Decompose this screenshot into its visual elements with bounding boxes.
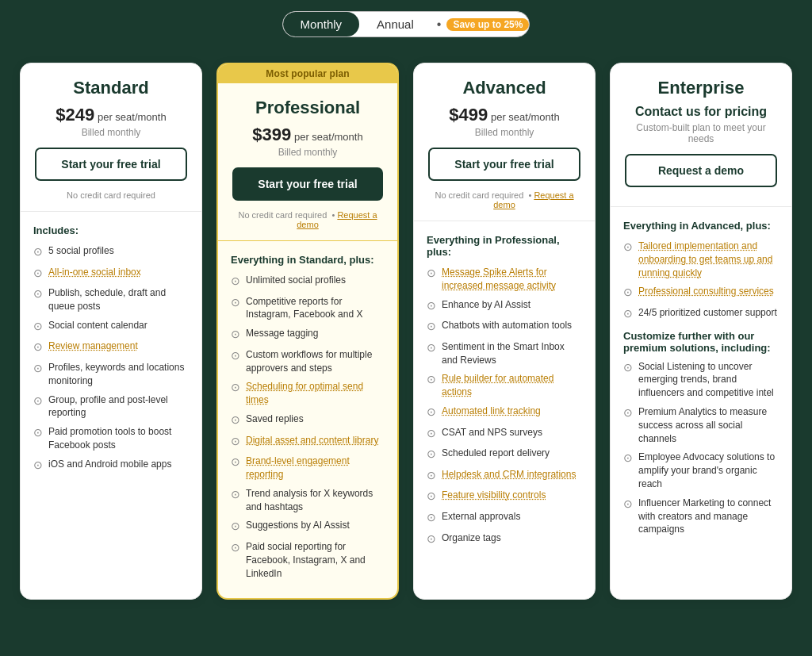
cta-button-enterprise[interactable]: Request a demo — [625, 154, 777, 187]
check-icon: ⊙ — [427, 447, 436, 462]
feature-text: Message tagging — [246, 327, 385, 340]
check-icon: ⊙ — [33, 361, 43, 377]
check-icon: ⊙ — [427, 468, 436, 484]
price-amount-standard: $249 — [56, 105, 94, 125]
check-icon: ⊙ — [231, 412, 240, 428]
price-period-advanced: per seat/month — [488, 111, 559, 123]
annual-toggle-wrap[interactable]: Annual • Save up to 25% — [359, 12, 529, 36]
cta-button-professional[interactable]: Start your free trial — [232, 167, 383, 201]
plan-price-professional: $399 per seat/month — [232, 125, 383, 145]
check-icon: ⊙ — [427, 319, 436, 335]
plan-billed-professional: Billed monthly — [232, 147, 383, 158]
feature-adv-4: ⊙Rule builder for automated actions — [427, 372, 582, 399]
plan-features-enterprise: Everything in Advanced, plus: ⊙Tailored … — [611, 207, 791, 599]
feature-text: iOS and Android mobile apps — [48, 458, 189, 471]
feature-text-link[interactable]: Scheduling for optimal send times — [246, 380, 385, 407]
feature-text: Saved replies — [246, 412, 385, 426]
feature-adv-3: ⊙Sentiment in the Smart Inbox and Review… — [427, 340, 582, 367]
feature-ent-extra-0: ⊙Social Listening to uncover emerging tr… — [623, 360, 779, 400]
check-icon: ⊙ — [231, 348, 240, 364]
check-icon: ⊙ — [33, 244, 43, 260]
check-icon: ⊙ — [427, 405, 436, 420]
feature-text-link[interactable]: Feature visibility controls — [442, 489, 582, 502]
plan-billed-standard: Billed monthly — [35, 127, 187, 138]
feature-adv-8: ⊙Helpdesk and CRM integrations — [427, 468, 582, 484]
feature-ent-0: ⊙Tailored implementation and onboarding … — [623, 240, 779, 279]
feature-adv-1: ⊙Enhance by AI Assist — [427, 298, 582, 314]
feature-ent-extra-3: ⊙Influencer Marketing to connect with cr… — [623, 497, 779, 536]
check-icon: ⊙ — [623, 360, 633, 376]
feature-text-link[interactable]: Brand-level engagement reporting — [246, 455, 385, 481]
check-icon: ⊙ — [231, 434, 240, 450]
check-icon: ⊙ — [33, 266, 43, 282]
feature-ent-2: ⊙24/5 prioritized customer support — [623, 306, 779, 322]
feature-pro-10: ⊙Paid social reporting for Facebook, Ins… — [231, 540, 385, 580]
feature-text: 24/5 prioritized customer support — [638, 306, 779, 320]
check-icon: ⊙ — [623, 497, 633, 512]
feature-text-link[interactable]: Review management — [48, 340, 189, 353]
feature-adv-0: ⊙Message Spike Alerts for increased mess… — [427, 266, 582, 293]
plan-note-professional: No credit card required • Request a demo — [232, 210, 383, 229]
check-icon: ⊙ — [231, 519, 240, 535]
plan-billed-advanced: Billed monthly — [428, 127, 580, 138]
feature-text: Enhance by AI Assist — [442, 298, 582, 312]
feature-pro-8: ⊙Trend analysis for X keywords and hasht… — [231, 487, 385, 514]
cta-button-advanced[interactable]: Start your free trial — [428, 148, 580, 181]
feature-ent-extra-2: ⊙Employee Advocacy solutions to amplify … — [623, 451, 779, 490]
price-amount-professional: $399 — [252, 125, 291, 144]
plan-price-standard: $249 per seat/month — [35, 105, 187, 125]
billing-toggle[interactable]: Monthly Annual • Save up to 25% — [282, 11, 530, 37]
feature-text: Paid promotion tools to boost Facebook p… — [48, 425, 189, 452]
feature-text-link[interactable]: Rule builder for automated actions — [442, 372, 582, 399]
feature-ent-extra-1: ⊙Premium Analytics to measure success ac… — [623, 405, 779, 445]
feature-text: Unlimited social profiles — [246, 274, 385, 287]
feature-text: Employee Advocacy solutions to amplify y… — [638, 451, 779, 490]
feature-pro-6: ⊙Digital asset and content library — [231, 434, 385, 450]
check-icon: ⊙ — [33, 425, 43, 441]
feature-text: Sentiment in the Smart Inbox and Reviews — [442, 340, 582, 367]
feature-text-link[interactable]: Automated link tracking — [442, 405, 582, 418]
feature-text: Paid social reporting for Facebook, Inst… — [246, 540, 385, 580]
separator-dot: • — [437, 17, 442, 32]
feature-text: Chatbots with automation tools — [442, 319, 582, 332]
feature-standard-1: ⊙All-in-one social inbox — [33, 266, 189, 282]
plan-features-professional: Everything in Standard, plus: ⊙Unlimited… — [218, 241, 397, 598]
feature-text: Trend analysis for X keywords and hashta… — [246, 487, 385, 514]
feature-pro-4: ⊙Scheduling for optimal send times — [231, 380, 385, 407]
feature-text-link[interactable]: Message Spike Alerts for increased messa… — [442, 266, 582, 293]
feature-text: Scheduled report delivery — [442, 447, 582, 460]
check-icon: ⊙ — [427, 298, 436, 314]
feature-text-link[interactable]: Helpdesk and CRM integrations — [442, 468, 582, 481]
plan-note-standard: No credit card required — [35, 190, 187, 200]
feature-text-link[interactable]: All-in-one social inbox — [48, 266, 189, 279]
feature-text-link[interactable]: Tailored implementation and onboarding t… — [638, 240, 779, 279]
plan-features-standard: Includes: ⊙5 social profiles ⊙All-in-one… — [21, 212, 201, 599]
feature-standard-5: ⊙Profiles, keywords and locations monito… — [33, 361, 189, 388]
check-icon: ⊙ — [623, 285, 633, 301]
check-icon: ⊙ — [427, 531, 436, 547]
feature-text-link[interactable]: Digital asset and content library — [246, 434, 385, 447]
cta-button-standard[interactable]: Start your free trial — [35, 148, 187, 181]
feature-text: External approvals — [442, 510, 582, 524]
feature-text-link[interactable]: Professional consulting services — [638, 285, 779, 298]
plan-card-standard: Standard $249 per seat/month Billed mont… — [20, 63, 202, 600]
plan-header-professional: Professional $399 per seat/month Billed … — [218, 83, 397, 241]
feature-text: 5 social profiles — [48, 244, 189, 258]
feature-text: Organize tags — [442, 531, 582, 545]
feature-text: Profiles, keywords and locations monitor… — [48, 361, 189, 388]
popular-badge-professional: Most popular plan — [218, 64, 397, 83]
check-icon: ⊙ — [231, 327, 240, 343]
feature-standard-0: ⊙5 social profiles — [33, 244, 189, 260]
features-title-standard: Includes: — [33, 224, 189, 236]
annual-toggle-label[interactable]: Annual — [359, 12, 431, 36]
check-icon: ⊙ — [231, 487, 240, 503]
check-icon: ⊙ — [427, 510, 436, 526]
check-icon: ⊙ — [33, 286, 43, 302]
feature-pro-1: ⊙Competitive reports for Instagram, Face… — [231, 295, 385, 322]
feature-adv-2: ⊙Chatbots with automation tools — [427, 319, 582, 335]
monthly-toggle[interactable]: Monthly — [283, 12, 360, 36]
features-title-professional: Everything in Standard, plus: — [231, 254, 385, 266]
plan-card-enterprise: Enterprise Contact us for pricing Custom… — [610, 63, 792, 600]
check-icon: ⊙ — [427, 372, 436, 388]
check-icon: ⊙ — [231, 540, 240, 556]
